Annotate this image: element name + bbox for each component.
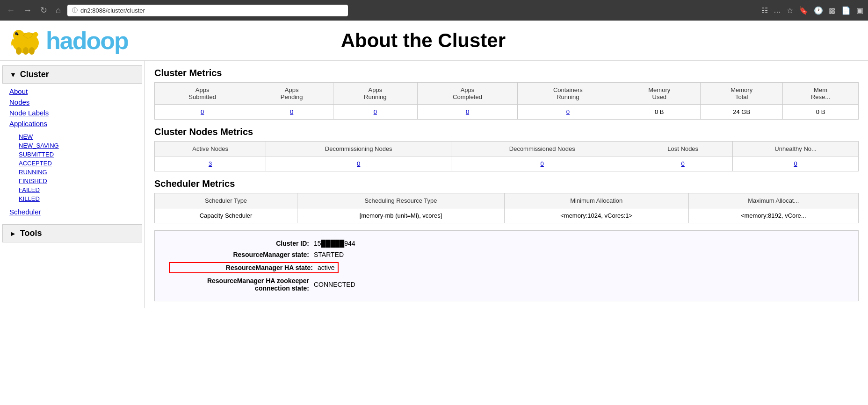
- main-layout: ▼ Cluster About Nodes Node Labels Applic…: [0, 61, 868, 308]
- val-apps-pending[interactable]: 0: [250, 105, 333, 120]
- history-icon[interactable]: 🕐: [814, 6, 823, 15]
- col-scheduling-resource-type: Scheduling Resource Type: [297, 193, 505, 208]
- col-apps-pending: AppsPending: [250, 83, 333, 105]
- rm-ha-zookeeper-value: CONNECTED: [314, 281, 355, 288]
- library-icon[interactable]: ▩: [829, 6, 836, 15]
- svg-point-2: [23, 47, 29, 55]
- sidebar-item-applications[interactable]: Applications: [9, 118, 135, 129]
- val-decommissioning-nodes[interactable]: 0: [266, 156, 451, 171]
- rm-ha-state-highlighted: ResourceManager HA state: active: [169, 262, 339, 273]
- scheduler-data-row: Capacity Scheduler [memory-mb (unit=Mi),…: [155, 208, 859, 223]
- val-decommissioned-nodes[interactable]: 0: [451, 156, 633, 171]
- col-apps-submitted: AppsSubmitted: [155, 83, 250, 105]
- col-memory-reserved: MemRese...: [783, 83, 859, 105]
- scheduler-link-wrapper: Scheduler: [0, 204, 145, 220]
- rm-ha-state-label: ResourceManager HA state:: [173, 264, 313, 271]
- url-text: dn2:8088/cluster/cluster: [80, 7, 145, 14]
- svg-point-6: [17, 34, 19, 36]
- sidebar-item-node-labels[interactable]: Node Labels: [9, 107, 135, 118]
- cluster-nodes-data-row: 3 0 0 0 0: [155, 156, 859, 171]
- col-lost-nodes: Lost Nodes: [633, 142, 733, 156]
- cluster-metrics-table: AppsSubmitted AppsPending AppsRunning Ap…: [154, 82, 859, 120]
- browser-tools: ☷ … ☆ 🔖 🕐 ▩ 📄 ▣: [761, 6, 863, 15]
- sidebar-item-running[interactable]: RUNNING: [19, 168, 126, 177]
- rm-state-row: ResourceManager state: STARTED: [169, 249, 844, 260]
- cluster-nodes-header-row: Active Nodes Decommissioning Nodes Decom…: [155, 142, 859, 156]
- col-unhealthy-nodes: Unhealthy No...: [733, 142, 859, 156]
- val-containers-running[interactable]: 0: [518, 105, 618, 120]
- val-unhealthy-nodes[interactable]: 0: [733, 156, 859, 171]
- sidebar-item-accepted[interactable]: ACCEPTED: [19, 159, 126, 168]
- sidebar-item-new-saving[interactable]: NEW_SAVING: [19, 141, 126, 150]
- scheduler-header-row: Scheduler Type Scheduling Resource Type …: [155, 193, 859, 208]
- val-memory-total: 24 GB: [701, 105, 783, 120]
- cluster-links: About Nodes Node Labels Applications: [0, 84, 145, 131]
- hadoop-text-logo: hadoop: [46, 27, 128, 55]
- sidebar-item-scheduler[interactable]: Scheduler: [9, 206, 135, 217]
- svg-point-1: [13, 30, 24, 41]
- val-apps-running[interactable]: 0: [333, 105, 418, 120]
- sidebar-item-submitted[interactable]: SUBMITTED: [19, 150, 126, 159]
- rm-state-value: STARTED: [314, 251, 344, 258]
- col-decommissioning-nodes: Decommissioning Nodes: [266, 142, 451, 156]
- header: hadoop About the Cluster: [0, 21, 868, 61]
- cluster-nodes-metrics-table: Active Nodes Decommissioning Nodes Decom…: [154, 141, 859, 171]
- fullscreen-icon[interactable]: ▣: [856, 6, 863, 15]
- val-memory-reserved: 0 B: [783, 105, 859, 120]
- rm-ha-zookeeper-label: ResourceManager HA zookeeperconnection s…: [169, 277, 309, 292]
- page-wrapper: hadoop About the Cluster ▼ Cluster About…: [0, 21, 868, 308]
- cluster-info-box: Cluster ID: 15█████944 ResourceManager s…: [154, 230, 859, 301]
- page-title: About the Cluster: [341, 29, 646, 52]
- svg-point-3: [29, 47, 35, 55]
- val-maximum-allocation: <memory:8192, vCore...: [688, 208, 858, 223]
- cluster-section-header[interactable]: ▼ Cluster: [2, 65, 142, 84]
- reader-icon[interactable]: 📄: [841, 6, 851, 15]
- cluster-metrics-data-row: 0 0 0 0 0 0 B 24 GB 0 B: [155, 105, 859, 120]
- sidebar-item-nodes[interactable]: Nodes: [9, 97, 135, 107]
- val-apps-completed[interactable]: 0: [417, 105, 518, 120]
- tools-section-label: Tools: [20, 228, 42, 238]
- cluster-section: ▼ Cluster About Nodes Node Labels Applic…: [0, 65, 145, 220]
- col-active-nodes: Active Nodes: [155, 142, 266, 156]
- app-sub-links: NEW NEW_SAVING SUBMITTED ACCEPTED RUNNIN…: [0, 131, 145, 204]
- tools-section-header[interactable]: ► Tools: [2, 224, 142, 242]
- sidebar-item-killed[interactable]: KILLED: [19, 194, 126, 203]
- val-active-nodes[interactable]: 3: [155, 156, 266, 171]
- val-lost-nodes[interactable]: 0: [633, 156, 733, 171]
- cluster-id-row: Cluster ID: 15█████944: [169, 238, 844, 249]
- sidebar-item-new[interactable]: NEW: [19, 132, 126, 141]
- reload-button[interactable]: ↻: [38, 5, 49, 15]
- col-maximum-allocation: Maximum Allocat...: [688, 193, 858, 208]
- cluster-section-label: Cluster: [20, 70, 49, 79]
- grid-icon[interactable]: ☷: [761, 6, 768, 15]
- col-decommissioned-nodes: Decommissioned Nodes: [451, 142, 633, 156]
- col-minimum-allocation: Minimum Allocation: [504, 193, 688, 208]
- back-button[interactable]: ←: [5, 6, 17, 15]
- val-minimum-allocation: <memory:1024, vCores:1>: [504, 208, 688, 223]
- tools-section: ► Tools: [0, 224, 145, 242]
- sidebar: ▼ Cluster About Nodes Node Labels Applic…: [0, 61, 145, 308]
- scheduler-metrics-table: Scheduler Type Scheduling Resource Type …: [154, 193, 859, 223]
- col-containers-running: ContainersRunning: [518, 83, 618, 105]
- val-scheduling-resource-type: [memory-mb (unit=Mi), vcores]: [297, 208, 505, 223]
- bookmark-icon[interactable]: 🔖: [799, 6, 808, 15]
- col-scheduler-type: Scheduler Type: [155, 193, 297, 208]
- col-apps-completed: AppsCompleted: [417, 83, 518, 105]
- sidebar-item-finished[interactable]: FINISHED: [19, 177, 126, 185]
- svg-point-4: [16, 47, 22, 55]
- col-memory-used: MemoryUsed: [618, 83, 701, 105]
- logo-area: hadoop: [9, 25, 128, 56]
- cluster-metrics-header-row: AppsSubmitted AppsPending AppsRunning Ap…: [155, 83, 859, 105]
- val-scheduler-type: Capacity Scheduler: [155, 208, 297, 223]
- sidebar-item-about[interactable]: About: [9, 86, 135, 97]
- home-button[interactable]: ⌂: [54, 6, 63, 15]
- val-apps-submitted[interactable]: 0: [155, 105, 250, 120]
- forward-button[interactable]: →: [22, 6, 34, 15]
- address-bar[interactable]: ⓘ dn2:8088/cluster/cluster: [67, 5, 348, 16]
- sidebar-item-failed[interactable]: FAILED: [19, 185, 126, 194]
- cluster-arrow-icon: ▼: [10, 71, 16, 78]
- more-icon[interactable]: …: [774, 6, 781, 15]
- rm-ha-state-row: ResourceManager HA state: active: [169, 260, 844, 275]
- scheduler-metrics-title: Scheduler Metrics: [154, 178, 859, 189]
- star-icon[interactable]: ☆: [787, 6, 793, 15]
